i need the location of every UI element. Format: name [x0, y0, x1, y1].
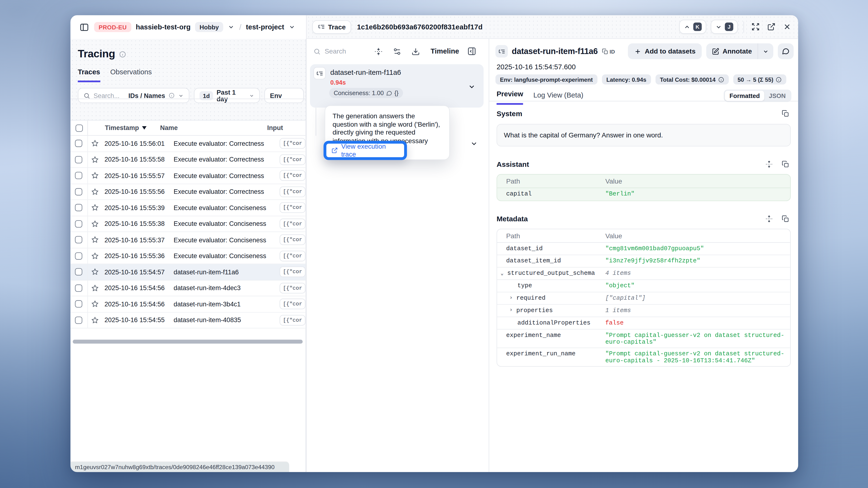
- star-icon[interactable]: [88, 236, 102, 243]
- star-icon[interactable]: [88, 268, 102, 276]
- nav-previous-button[interactable]: K: [679, 20, 706, 34]
- download-icon[interactable]: [410, 46, 421, 57]
- copy-icon[interactable]: [779, 158, 791, 169]
- format-toggle[interactable]: Formatted JSON: [724, 90, 791, 102]
- table-row[interactable]: 2025-10-16 15:56:01 Execute evaluator: C…: [70, 136, 306, 152]
- tree-node-dataset-run-item[interactable]: dataset-run-item-f11a6 0.94s Conciseness…: [310, 64, 484, 107]
- key-value-row[interactable]: ⌄structured_output_schema 4 items: [497, 268, 790, 280]
- key-value-row[interactable]: capital "Berlin": [497, 188, 790, 200]
- info-icon[interactable]: [119, 51, 126, 58]
- tab-observations[interactable]: Observations: [110, 68, 152, 82]
- open-external-icon[interactable]: [766, 21, 777, 32]
- row-checkbox-cell[interactable]: [70, 248, 88, 264]
- expand-section-icon[interactable]: [763, 213, 775, 224]
- add-to-datasets-button[interactable]: Add to datasets: [628, 43, 702, 59]
- key-value-row[interactable]: experiment_run_name "Prompt capital-gues…: [497, 348, 790, 366]
- star-icon[interactable]: [88, 204, 102, 212]
- timeline-toggle[interactable]: Timeline: [431, 47, 459, 55]
- table-row[interactable]: 2025-10-16 15:54:56 dataset-run-item-4de…: [70, 280, 306, 296]
- search-scope[interactable]: IDs / Names: [128, 92, 165, 99]
- time-range-filter[interactable]: 1d Past 1 day: [194, 88, 260, 103]
- star-icon[interactable]: [88, 156, 102, 163]
- tab-preview[interactable]: Preview: [497, 90, 523, 105]
- column-input[interactable]: Input: [267, 125, 305, 131]
- table-row[interactable]: 2025-10-16 15:54:55 dataset-run-item-408…: [70, 312, 306, 328]
- star-icon[interactable]: [88, 188, 102, 195]
- view-execution-trace-link[interactable]: View execution trace: [332, 142, 399, 158]
- tab-traces[interactable]: Traces: [78, 68, 100, 82]
- table-row[interactable]: 2025-10-16 15:55:39 Execute evaluator: C…: [70, 200, 306, 216]
- key-value-row[interactable]: type "object": [497, 280, 790, 292]
- star-icon[interactable]: [88, 172, 102, 180]
- star-icon[interactable]: [88, 317, 102, 324]
- row-checkbox-cell[interactable]: [70, 184, 88, 200]
- row-timestamp: 2025-10-16 15:54:55: [102, 317, 174, 323]
- key-value-row[interactable]: additionalProperties false: [497, 317, 790, 330]
- row-checkbox-cell[interactable]: [70, 296, 88, 312]
- column-name[interactable]: Name: [160, 125, 267, 131]
- key-value-row[interactable]: experiment_name "Prompt capital-guesser-…: [497, 330, 790, 348]
- horizontal-scrollbar[interactable]: [73, 339, 303, 344]
- search-icon: [313, 47, 321, 55]
- row-path: required: [516, 295, 546, 301]
- key-value-row[interactable]: ›required ["capital"]: [497, 292, 790, 305]
- edit-icon: [712, 47, 719, 55]
- row-checkbox-cell[interactable]: [70, 152, 88, 167]
- sidebar-toggle-icon[interactable]: [79, 22, 90, 33]
- star-icon[interactable]: [88, 284, 102, 292]
- key-value-row[interactable]: dataset_item_id "i3nz7e9jfjv9z58r4fh2zpt…: [497, 255, 790, 268]
- node-chevron-down-icon[interactable]: [468, 83, 475, 91]
- row-checkbox-cell[interactable]: [70, 264, 88, 280]
- copy-icon[interactable]: [779, 107, 791, 119]
- table-row[interactable]: 2025-10-16 15:54:56 dataset-run-item-3b4…: [70, 296, 306, 312]
- metadata-badge: 50 → 5 (Σ 55): [733, 74, 786, 84]
- second-node-chevron-down-icon[interactable]: [470, 140, 478, 148]
- key-value-row[interactable]: ›properties 1 items: [497, 305, 790, 317]
- row-checkbox-cell[interactable]: [70, 200, 88, 216]
- score-badge[interactable]: Conciseness: 1.00 {}: [329, 88, 403, 98]
- table-row[interactable]: 2025-10-16 15:55:38 Execute evaluator: C…: [70, 216, 306, 232]
- row-checkbox-cell[interactable]: [70, 232, 88, 248]
- key-value-row[interactable]: dataset_id "cmg81vm6m001bad07gpuoapu5": [497, 243, 790, 255]
- select-all-cell[interactable]: [70, 121, 88, 135]
- breadcrumb-org[interactable]: hassieb-test-org: [136, 23, 191, 31]
- breadcrumb-project[interactable]: test-project: [246, 23, 284, 31]
- collapse-all-icon[interactable]: [373, 46, 384, 57]
- row-checkbox-cell[interactable]: [70, 280, 88, 296]
- annotate-dropdown-chevron[interactable]: [757, 43, 773, 59]
- id-chip[interactable]: ID: [601, 48, 615, 55]
- collapse-panel-icon[interactable]: [466, 46, 477, 57]
- expand-fullscreen-icon[interactable]: [750, 21, 761, 32]
- scope-chevron-down-icon: [178, 93, 184, 98]
- tree-search-input[interactable]: Search: [313, 47, 368, 55]
- trace-node-icon: [313, 67, 326, 79]
- table-row[interactable]: 2025-10-16 15:55:57 Execute evaluator: C…: [70, 168, 306, 184]
- expand-section-icon[interactable]: [763, 158, 775, 169]
- row-checkbox-cell[interactable]: [70, 312, 88, 328]
- comments-button[interactable]: [778, 43, 794, 59]
- env-filter[interactable]: Env: [264, 88, 304, 103]
- tab-log-view[interactable]: Log View (Beta): [533, 91, 583, 104]
- star-icon[interactable]: [88, 252, 102, 260]
- row-checkbox-cell[interactable]: [70, 216, 88, 232]
- badge-label: Env: langfuse-prompt-experiment: [500, 76, 593, 83]
- org-chevron-down-icon[interactable]: [228, 24, 235, 30]
- search-input[interactable]: Search... IDs / Names: [78, 88, 189, 103]
- table-row[interactable]: 2025-10-16 15:55:58 Execute evaluator: C…: [70, 152, 306, 168]
- row-checkbox-cell[interactable]: [70, 168, 88, 183]
- star-icon[interactable]: [88, 300, 102, 308]
- table-row[interactable]: 2025-10-16 15:55:56 Execute evaluator: C…: [70, 184, 306, 200]
- copy-icon[interactable]: [779, 213, 791, 224]
- column-timestamp[interactable]: Timestamp: [88, 125, 160, 131]
- nav-next-button[interactable]: J: [711, 20, 738, 34]
- table-row[interactable]: 2025-10-16 15:55:36 Execute evaluator: C…: [70, 248, 306, 264]
- close-icon[interactable]: [781, 21, 793, 32]
- star-icon[interactable]: [88, 140, 102, 147]
- table-row[interactable]: 2025-10-16 15:54:57 dataset-run-item-f11…: [70, 264, 306, 280]
- table-row[interactable]: 2025-10-16 15:55:37 Execute evaluator: C…: [70, 232, 306, 248]
- star-icon[interactable]: [88, 220, 102, 228]
- tree-settings-icon[interactable]: [391, 46, 402, 57]
- row-checkbox-cell[interactable]: [70, 136, 88, 151]
- project-chevron-down-icon[interactable]: [289, 24, 296, 30]
- annotate-button[interactable]: Annotate: [706, 43, 757, 59]
